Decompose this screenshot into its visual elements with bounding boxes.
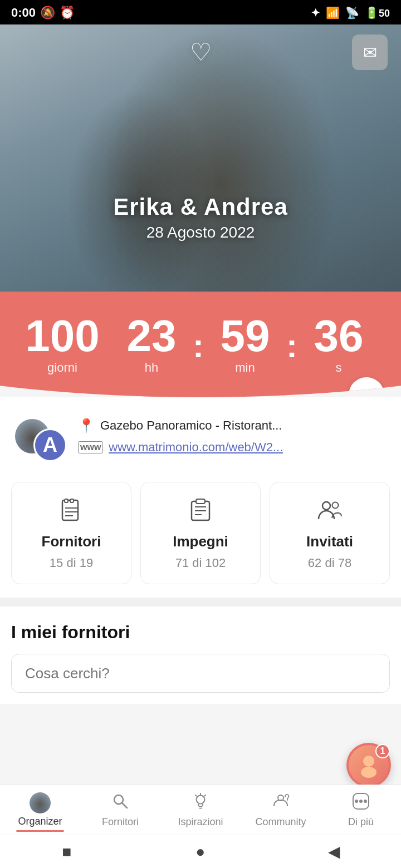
svg-point-26 <box>364 800 367 803</box>
separator-1 <box>101 324 113 364</box>
nav-avatar-photo <box>30 792 51 813</box>
minutes-number: 59 <box>221 314 270 358</box>
couple-photo <box>0 24 401 314</box>
nav-item-dipiu[interactable]: Di più <box>321 792 401 828</box>
wifi-icon: 📡 <box>345 6 359 19</box>
battery-icon: 🔋50 <box>365 6 390 19</box>
countdown-row: 100 giorni 23 hh : 59 min : 36 s <box>11 308 390 375</box>
nav-item-community[interactable]: Community <box>241 792 321 828</box>
bottom-nav: Organizer Fornitori Ispirazioni <box>0 785 401 835</box>
nav-more-icon <box>352 792 370 814</box>
nav-label-community: Community <box>255 816 306 828</box>
svg-point-13 <box>363 756 374 767</box>
nav-label-dipiu: Di più <box>348 816 374 828</box>
svg-point-25 <box>359 800 363 803</box>
countdown-seconds: 36 s <box>300 314 378 375</box>
hours-label: hh <box>145 361 158 375</box>
impegni-count: 71 di 102 <box>175 556 226 570</box>
hours-number: 23 <box>127 314 177 358</box>
android-back-button[interactable]: ◀ <box>320 838 348 866</box>
countdown-days: 100 giorni <box>23 314 101 375</box>
nav-item-organizer[interactable]: Organizer <box>0 792 80 827</box>
message-icon: ✉ <box>363 43 377 62</box>
svg-rect-2 <box>70 499 74 502</box>
wedding-date: 28 Agosto 2022 <box>0 224 401 241</box>
countdown-minutes: 59 min <box>206 314 284 375</box>
search-input[interactable] <box>11 654 390 693</box>
android-home-button[interactable]: ● <box>187 838 214 866</box>
section-divider <box>0 598 401 606</box>
android-square-button[interactable]: ■ <box>53 838 81 866</box>
mute-icon: 🔕 <box>40 6 55 20</box>
support-badge: 1 <box>375 744 390 758</box>
svg-point-12 <box>332 502 339 509</box>
impegni-name: Impegni <box>173 533 228 550</box>
stat-card-invitati[interactable]: Invitati 62 di 78 <box>270 482 390 584</box>
minutes-label: min <box>235 361 255 375</box>
hero-section: ♡ ✉ Erika & Andrea 28 Agosto 2022 <box>0 24 401 314</box>
svg-line-21 <box>195 795 197 796</box>
location-row[interactable]: 📍 Gazebo Panoramico - Ristorant... <box>78 418 388 433</box>
alarm-icon: ⏰ <box>60 6 75 20</box>
status-right: ✦ 📶 📡 🔋50 <box>311 6 390 19</box>
avatar-group[interactable]: A <box>13 417 69 462</box>
days-label: giorni <box>47 361 77 375</box>
website-row[interactable]: www www.matrimonio.com/web/W2... <box>78 440 388 455</box>
couple-names: Erika & Andrea <box>0 194 401 220</box>
nav-item-ispirazioni[interactable]: Ispirazioni <box>160 792 241 828</box>
svg-line-16 <box>122 803 127 808</box>
svg-point-14 <box>361 767 376 778</box>
seconds-label: s <box>335 361 341 375</box>
invitati-name: Invitati <box>306 533 353 550</box>
status-time: 0:00 <box>11 6 36 20</box>
status-bar: 0:00 🔕 ⏰ ✦ 📶 📡 🔋50 <box>0 0 401 24</box>
separator-3: : <box>284 329 300 363</box>
nav-label-ispirazioni: Ispirazioni <box>178 816 223 828</box>
countdown-section: 100 giorni 23 hh : 59 min : 36 s ⌄ <box>0 292 401 397</box>
hero-text: Erika & Andrea 28 Agosto 2022 <box>0 194 401 241</box>
nav-label-organizer: Organizer <box>18 816 62 827</box>
svg-line-22 <box>205 795 206 796</box>
location-icon: 📍 <box>78 418 95 433</box>
providers-title: I miei fornitori <box>11 622 390 643</box>
stat-card-impegni[interactable]: Impegni 71 di 102 <box>140 482 261 584</box>
invitati-icon <box>317 498 342 527</box>
fornitori-count: 15 di 19 <box>50 556 93 570</box>
signal-icon: 📶 <box>326 6 340 19</box>
stat-card-fornitori[interactable]: Fornitori 15 di 19 <box>11 482 131 584</box>
svg-point-11 <box>322 502 330 510</box>
fornitori-icon <box>59 498 84 527</box>
avatar-letter: A <box>33 428 67 462</box>
fornitori-name: Fornitori <box>42 533 101 550</box>
countdown-hours: 23 hh <box>113 314 190 375</box>
separator-2: : <box>190 329 206 363</box>
website-link[interactable]: www.matrimonio.com/web/W2... <box>109 440 283 455</box>
svg-rect-0 <box>62 500 78 520</box>
svg-point-17 <box>197 795 205 803</box>
stats-cards: Fornitori 15 di 19 Impegni 71 di 102 <box>0 473 401 598</box>
message-button[interactable]: ✉ <box>352 34 388 70</box>
seconds-number: 36 <box>314 314 363 358</box>
status-left: 0:00 🔕 ⏰ <box>11 6 75 20</box>
android-nav: ■ ● ◀ <box>0 835 401 868</box>
nav-label-fornitori: Fornitori <box>102 816 139 828</box>
svg-rect-1 <box>65 499 68 502</box>
impegni-icon <box>188 498 213 527</box>
heart-icon: ♡ <box>190 38 212 66</box>
nav-avatar <box>30 792 51 813</box>
svg-rect-10 <box>196 499 205 504</box>
website-icon: www <box>78 441 103 453</box>
nav-item-fornitori[interactable]: Fornitori <box>80 792 160 828</box>
nav-search-icon <box>111 792 129 814</box>
invitati-count: 62 di 78 <box>308 556 351 570</box>
svg-point-24 <box>355 800 358 803</box>
support-fab[interactable]: 1 <box>346 743 391 787</box>
profile-info-row: A 📍 Gazebo Panoramico - Ristorant... www… <box>0 397 401 473</box>
nav-community-icon <box>272 792 290 814</box>
location-text: Gazebo Panoramico - Ristorant... <box>100 418 282 433</box>
nav-bulb-icon <box>192 792 209 814</box>
info-links: 📍 Gazebo Panoramico - Ristorant... www w… <box>78 418 388 461</box>
bluetooth-icon: ✦ <box>311 6 320 19</box>
my-providers-section: I miei fornitori <box>0 606 401 704</box>
days-number: 100 <box>25 314 99 358</box>
